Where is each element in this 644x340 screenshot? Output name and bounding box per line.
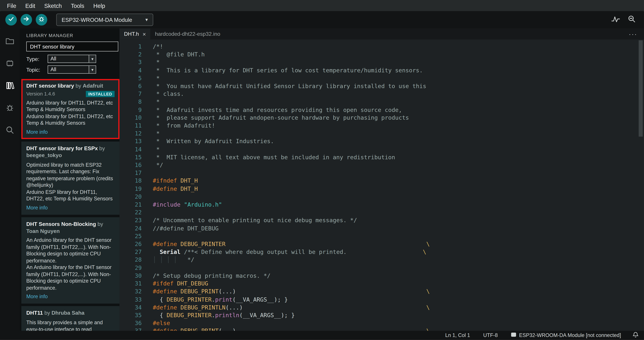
- library-item[interactable]: DHT Sensors Non-Blocking by Toan NguyenA…: [21, 217, 120, 304]
- tab-dht.h[interactable]: DHT.h×: [120, 28, 150, 40]
- close-icon[interactable]: ×: [142, 31, 146, 37]
- board-status[interactable]: ESP32-WROOM-DA Module [not connected]: [511, 332, 621, 338]
- code-line[interactable]: 23/* Uncomment to enable printing out ni…: [120, 217, 644, 225]
- filter-select-topic[interactable]: All▾: [48, 65, 96, 74]
- encoding-indicator[interactable]: UTF-8: [483, 332, 498, 338]
- tab-label: DHT.h: [124, 31, 139, 37]
- code-line[interactable]: 33 { DEBUG_PRINTER.print(__VA_ARGS__); }: [120, 295, 644, 303]
- code-token: DHT_H: [180, 186, 198, 192]
- code-line[interactable]: 6 * You must have Adafruit Unified Senso…: [120, 82, 644, 90]
- editor-scrollbar-thumb[interactable]: [639, 40, 643, 137]
- debug-button[interactable]: [36, 14, 47, 26]
- menu-item-sketch[interactable]: Sketch: [40, 1, 66, 11]
- library-item[interactable]: DHT sensor library by AdafruitVersion 1.…: [21, 79, 120, 139]
- filter-select-type[interactable]: All▾: [48, 55, 96, 63]
- more-info-link[interactable]: More info: [26, 294, 114, 299]
- code-line[interactable]: 13 * Written by Adafruit Industries.: [120, 138, 644, 145]
- code-token: .: [212, 296, 215, 303]
- sidebar-item-library-manager[interactable]: [0, 75, 20, 97]
- code-line[interactable]: 18#ifndef DHT_H: [120, 177, 644, 185]
- cursor-position[interactable]: Ln 1, Col 1: [445, 332, 470, 338]
- code-line[interactable]: 12 *: [120, 130, 644, 138]
- notifications-bell-button[interactable]: [632, 331, 639, 339]
- code-line[interactable]: 35 { DEBUG_PRINTER.println(__VA_ARGS__);…: [120, 311, 644, 319]
- menu-item-edit[interactable]: Edit: [21, 1, 40, 11]
- menu-item-tools[interactable]: Tools: [66, 1, 89, 11]
- code-line[interactable]: 15 * MIT license, all text above must be…: [120, 153, 644, 161]
- code-line[interactable]: 25: [120, 232, 644, 240]
- line-number: 19: [120, 185, 142, 193]
- code-line[interactable]: 16 */: [120, 161, 644, 169]
- serial-monitor-button[interactable]: [628, 15, 636, 25]
- code-line[interactable]: 9 * Adafruit invests time and resources …: [120, 106, 644, 114]
- code-line[interactable]: 5 *: [120, 74, 644, 82]
- code-line[interactable]: 28│ │ │ │ */: [120, 256, 644, 264]
- code-line[interactable]: 4 * This is a library for DHT series of …: [120, 66, 644, 74]
- code-line[interactable]: 7 * class.: [120, 90, 644, 98]
- tab-hardcoded-dht22-esp32.ino[interactable]: hardcoded-dht22-esp32.ino: [150, 28, 225, 40]
- upload-button[interactable]: [20, 14, 32, 26]
- code-token: \: [423, 249, 426, 255]
- code-line[interactable]: 29: [120, 264, 644, 272]
- code-line[interactable]: 31#ifdef DHT_DEBUG: [120, 280, 644, 288]
- code-line[interactable]: 3 *: [120, 59, 644, 66]
- code-line[interactable]: 8 *: [120, 98, 644, 106]
- code-text: * please support Adafruit andopen-source…: [142, 114, 409, 122]
- line-number: 7: [120, 90, 142, 98]
- statusbar: Ln 1, Col 1 UTF-8 ESP32-WROOM-DA Module …: [0, 331, 644, 340]
- code-line[interactable]: 17: [120, 169, 644, 177]
- library-name: DHT Sensors Non-Blocking: [26, 221, 96, 227]
- code-editor[interactable]: 1/*!2 * @file DHT.h3 *4 * This is a libr…: [120, 40, 644, 331]
- code-text: { DEBUG_PRINTER.println(__VA_ARGS__); }: [142, 311, 295, 319]
- code-token: /* Uncomment to enable printing out nice…: [153, 217, 357, 224]
- code-line[interactable]: 20: [120, 193, 644, 201]
- code-text: #define DEBUG_PRINT(...) \: [142, 288, 430, 295]
- code-line[interactable]: 11 * from Adafruit!: [120, 122, 644, 130]
- sidebar-item-search[interactable]: [0, 120, 20, 142]
- code-line[interactable]: 22: [120, 209, 644, 217]
- code-token: *: [153, 146, 160, 152]
- code-token: [174, 280, 177, 287]
- code-line[interactable]: 10 * please support Adafruit andopen-sou…: [120, 114, 644, 122]
- code-token: DHT_H: [180, 178, 198, 184]
- board-selector[interactable]: ESP32-WROOM-DA Module ▾: [56, 14, 153, 26]
- code-line[interactable]: 32#define DEBUG_PRINT(...) \: [120, 288, 644, 295]
- code-text: Serial /**< Define where debug output wi…: [142, 248, 426, 256]
- line-number: 16: [120, 161, 142, 169]
- library-item[interactable]: DHT11 by Dhruba SahaThis library provide…: [21, 306, 120, 331]
- code-text: *: [142, 74, 160, 82]
- code-line[interactable]: 24//#define DHT_DEBUG: [120, 225, 644, 232]
- code-line[interactable]: 26#define DEBUG_PRINTER \: [120, 240, 644, 248]
- editor-more-actions-button[interactable]: ···: [622, 28, 644, 40]
- verify-button[interactable]: [5, 14, 17, 26]
- code-token: [177, 304, 180, 310]
- sidebar-item-sketchbook[interactable]: [0, 31, 20, 53]
- library-item[interactable]: DHT sensor library for ESPx by beegee_to…: [21, 141, 120, 215]
- code-line[interactable]: 34#define DEBUG_PRINTLN(...) \: [120, 303, 644, 311]
- code-line[interactable]: 37#define DEBUG_PRINT(...) \: [120, 327, 644, 331]
- more-info-link[interactable]: More info: [26, 205, 114, 211]
- code-line[interactable]: 36#else: [120, 319, 644, 327]
- library-name: DHT sensor library for ESPx: [26, 145, 98, 151]
- library-search-input[interactable]: [26, 42, 118, 52]
- code-line[interactable]: 2 * @file DHT.h: [120, 51, 644, 59]
- code-line[interactable]: 30/* Setup debug printing macros. */: [120, 272, 644, 280]
- menubar: FileEditSketchToolsHelp: [0, 0, 644, 11]
- code-token: *: [153, 130, 160, 137]
- library-manager-panel: LIBRARY MANAGER Type:All▾Topic:All▾ DHT …: [20, 28, 120, 331]
- menu-item-help[interactable]: Help: [89, 1, 110, 11]
- sidebar-item-boards-manager[interactable]: [0, 53, 20, 75]
- serial-plotter-button[interactable]: [611, 15, 620, 24]
- more-info-link[interactable]: More info: [26, 129, 114, 135]
- menu-item-file[interactable]: File: [2, 1, 21, 11]
- code-token: //#define DHT_DEBUG: [153, 225, 219, 231]
- code-line[interactable]: 21#include "Arduino.h": [120, 201, 644, 209]
- code-line[interactable]: 1/*!: [120, 43, 644, 51]
- line-number: 27: [120, 248, 142, 256]
- code-line[interactable]: 14 *: [120, 145, 644, 153]
- code-line[interactable]: 19#define DHT_H: [120, 185, 644, 193]
- sidebar-item-debug[interactable]: [0, 97, 20, 120]
- code-line[interactable]: 27 Serial /**< Define where debug output…: [120, 248, 644, 256]
- code-text: #include "Arduino.h": [142, 201, 222, 209]
- panel-title: LIBRARY MANAGER: [20, 28, 120, 40]
